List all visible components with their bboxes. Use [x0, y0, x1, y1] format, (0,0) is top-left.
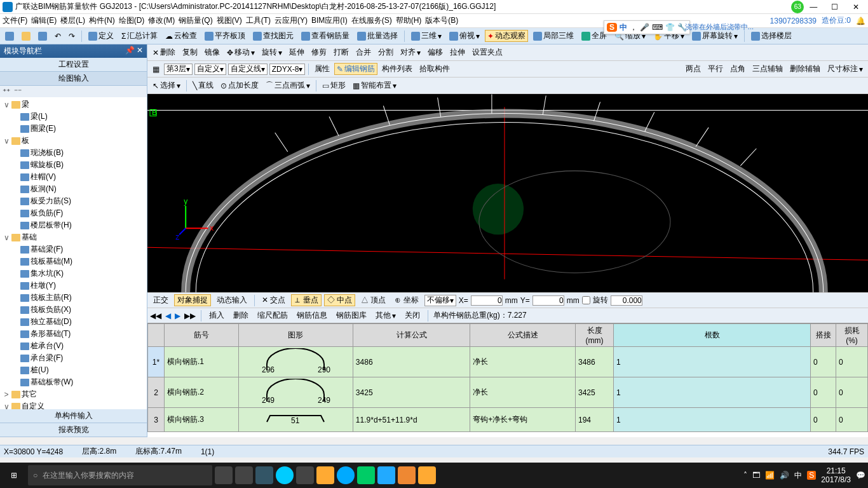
table-row[interactable]: 1*横向钢筋.12962903486净长3486100: [148, 347, 868, 377]
taskbar-app-5[interactable]: [357, 466, 375, 484]
smart-layout-tool[interactable]: ▦ 智能布置 ▾: [350, 79, 399, 92]
col-len[interactable]: 长度(mm): [576, 324, 614, 347]
start-button[interactable]: ⊞: [3, 465, 25, 485]
taskbar-store[interactable]: [296, 466, 314, 484]
nav-tab-single[interactable]: 单构件输入: [0, 409, 147, 423]
delete-button[interactable]: ✕ 删除: [150, 46, 178, 58]
menu-draw[interactable]: 绘图(D): [119, 15, 145, 26]
menu-component[interactable]: 构件(N): [89, 15, 115, 26]
tray-date[interactable]: 2017/8/3: [821, 475, 851, 484]
taskbar-search[interactable]: ○ 在这里输入你要搜索的内容: [28, 465, 212, 485]
col-shape[interactable]: 图形: [238, 324, 353, 347]
maximize-button[interactable]: ☐: [825, 3, 844, 11]
snap-vertex[interactable]: △ 顶点: [358, 294, 389, 306]
bell-icon[interactable]: 🔔: [856, 17, 865, 25]
rebar-info-button[interactable]: 钢筋信息: [294, 309, 330, 322]
select-floor-button[interactable]: 选择楼层: [749, 30, 794, 42]
tree-node[interactable]: 独立基础(D): [3, 316, 144, 328]
rect-tool[interactable]: ▭ 矩形: [320, 79, 348, 92]
tree-node[interactable]: ∨板: [3, 135, 144, 147]
select-tool[interactable]: ↖ 选择 ▾: [150, 79, 183, 92]
tree-node[interactable]: ∨梁: [3, 98, 144, 111]
tree-node[interactable]: 板受力筋(S): [3, 195, 144, 207]
tree-node[interactable]: 梁(L): [3, 111, 144, 123]
menu-edit[interactable]: 编辑(E): [31, 15, 57, 26]
view-rebar-button[interactable]: 查看钢筋量: [299, 30, 352, 42]
table-row[interactable]: 3横向钢筋.35111.9*d+51+11.9*d弯钩+净长+弯钩194100: [148, 408, 868, 432]
nav-tab-settings[interactable]: 工程设置: [0, 58, 147, 72]
close-rebar-button[interactable]: 关闭: [402, 309, 423, 322]
taskbar-app-7[interactable]: [398, 466, 416, 484]
tree-node[interactable]: 基础板带(W): [3, 376, 144, 388]
axis-2pt-button[interactable]: 两点: [683, 63, 703, 75]
tree-node[interactable]: 现浇板(B): [3, 147, 144, 159]
tray-battery-icon[interactable]: 🗔: [752, 471, 760, 480]
tray-sogou-icon[interactable]: S: [807, 471, 816, 480]
undo-button[interactable]: ↶: [52, 31, 64, 41]
ime-skin-icon[interactable]: 👕: [665, 23, 675, 32]
offset-combo[interactable]: 不偏移 ▾: [424, 295, 456, 306]
system-tray[interactable]: ˄ 🗔 📶 🔊 中 S 21:15 2017/8/3 💬: [743, 466, 865, 485]
tree-node[interactable]: 桩承台(V): [3, 340, 144, 352]
tray-volume-icon[interactable]: 🔊: [780, 471, 789, 480]
tray-ime[interactable]: 中: [794, 470, 802, 481]
table-row[interactable]: 2横向钢筋.22492493425净长3425100: [148, 377, 868, 408]
col-lap[interactable]: 搭接: [811, 324, 836, 347]
component-combo[interactable]: ZDYX-8 ▾: [269, 64, 306, 75]
extend-button[interactable]: 延伸: [287, 46, 307, 58]
tree-node[interactable]: 柱墩(Y): [3, 280, 144, 292]
dimension-button[interactable]: 尺寸标注 ▾: [825, 63, 865, 75]
dyninput-toggle[interactable]: 动态输入: [214, 294, 250, 306]
tray-notifications-icon[interactable]: 💬: [856, 471, 865, 480]
stretch-button[interactable]: 拉伸: [447, 46, 468, 58]
copy-button[interactable]: 复制: [180, 46, 200, 58]
ime-mic-icon[interactable]: 🎤: [640, 23, 649, 32]
redo-button[interactable]: ↷: [66, 31, 78, 41]
tray-up-icon[interactable]: ˄: [743, 471, 747, 480]
col-desc[interactable]: 公式描述: [470, 324, 576, 347]
ime-toolbar[interactable]: S 中 ， 🎤 ⌨ 👕 🔧: [604, 20, 690, 34]
tree-node[interactable]: 基础梁(F): [3, 243, 144, 255]
notification-badge[interactable]: 63: [791, 1, 804, 13]
tree-node[interactable]: 集水坑(K): [3, 268, 144, 280]
expand-icon[interactable]: ⁺⁺: [3, 87, 10, 96]
tree-node[interactable]: 条形基础(T): [3, 328, 144, 340]
mirror-button[interactable]: 镜像: [202, 46, 222, 58]
layer-toggle-icon[interactable]: ▦: [150, 64, 162, 74]
batch-select-button[interactable]: 批量选择: [355, 30, 400, 42]
taskbar-app-8[interactable]: [418, 466, 436, 484]
menu-floor[interactable]: 楼层(L): [60, 15, 85, 26]
snap-mid[interactable]: ◇ 中点: [324, 294, 355, 306]
snap-coord[interactable]: ⊕ 坐标: [391, 294, 421, 306]
collapse-icon[interactable]: ⁻⁻: [14, 87, 22, 96]
menu-modify[interactable]: 修改(M): [148, 15, 175, 26]
tree-node[interactable]: 板负筋(F): [3, 207, 144, 219]
delete-row-button[interactable]: 删除: [231, 309, 251, 322]
axis-parallel-button[interactable]: 平行: [705, 63, 726, 75]
rotate-button[interactable]: 旋转 ▾: [259, 46, 285, 58]
prev-icon[interactable]: ◀: [165, 311, 171, 320]
menu-tools[interactable]: 工具(T): [246, 15, 271, 26]
save-button[interactable]: [36, 31, 50, 41]
menu-view[interactable]: 视图(V): [217, 15, 242, 26]
3d-button[interactable]: 三维 ▾: [409, 30, 444, 42]
3d-viewport[interactable]: x y z B: [147, 94, 868, 292]
tree-node[interactable]: ∨基础: [3, 231, 144, 243]
tree-node[interactable]: 柱帽(V): [3, 171, 144, 183]
orbit-button[interactable]: ✦动态观察: [485, 30, 528, 42]
rotate-checkbox[interactable]: [582, 296, 590, 304]
tray-wifi-icon[interactable]: 📶: [765, 471, 775, 480]
menu-rebar[interactable]: 钢筋量(Q): [179, 15, 212, 26]
nav-tab-drawing[interactable]: 绘图输入: [0, 72, 147, 86]
rotate-input[interactable]: [611, 295, 642, 306]
first-icon[interactable]: ◀◀: [150, 311, 161, 320]
axis-ptangle-button[interactable]: 点角: [728, 63, 748, 75]
break-button[interactable]: 打断: [331, 46, 351, 58]
taskbar-edge[interactable]: [276, 466, 294, 484]
tree-node[interactable]: 筏板基础(M): [3, 255, 144, 268]
menu-online[interactable]: 在线服务(S): [351, 15, 392, 26]
snap-perp[interactable]: ⊥ 垂点: [291, 294, 321, 306]
merge-button[interactable]: 合并: [353, 46, 374, 58]
taskbar-app-3[interactable]: [316, 466, 334, 484]
tree-node[interactable]: 圈梁(E): [3, 123, 144, 135]
